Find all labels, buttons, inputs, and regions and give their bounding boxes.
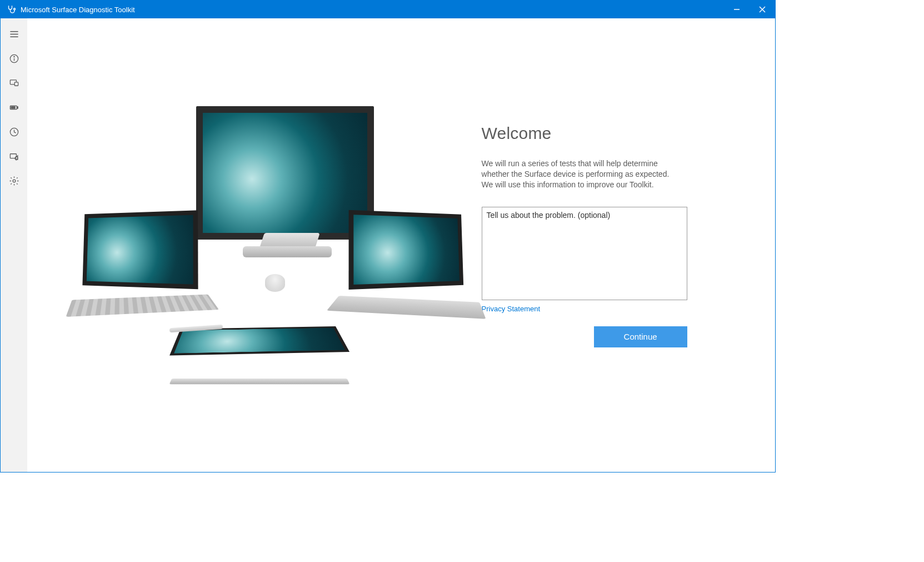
stethoscope-icon [6, 4, 16, 14]
close-button[interactable] [750, 1, 775, 18]
security-icon[interactable] [1, 144, 27, 168]
surface-studio-stand-icon [246, 240, 335, 267]
content-area: Welcome We will run a series of tests th… [27, 18, 775, 472]
surface-laptop-icon [341, 212, 485, 312]
hero-image [27, 18, 476, 472]
problem-textarea[interactable] [482, 207, 687, 300]
titlebar: Microsoft Surface Diagnostic Toolkit [1, 1, 775, 18]
device-icon[interactable] [1, 71, 27, 95]
info-icon[interactable] [1, 46, 27, 71]
svg-point-17 [13, 180, 16, 182]
hamburger-icon[interactable] [1, 22, 27, 46]
app-window: Microsoft Surface Diagnostic Toolkit [0, 0, 776, 473]
battery-icon[interactable] [1, 95, 27, 120]
surface-pro-icon [68, 212, 207, 306]
continue-button[interactable]: Continue [594, 326, 687, 347]
minimize-button[interactable] [724, 1, 750, 18]
settings-icon[interactable] [1, 168, 27, 193]
welcome-panel: Welcome We will run a series of tests th… [476, 18, 775, 472]
surface-book-icon [168, 312, 352, 379]
svg-point-0 [14, 8, 16, 10]
app-title: Microsoft Surface Diagnostic Toolkit [21, 6, 135, 14]
surface-devices-illustration [52, 89, 463, 401]
welcome-heading: Welcome [482, 124, 742, 143]
sidebar [1, 18, 27, 472]
welcome-description: We will run a series of tests that will … [482, 158, 682, 190]
svg-rect-11 [14, 82, 18, 85]
svg-point-9 [13, 56, 14, 57]
history-icon[interactable] [1, 120, 27, 144]
surface-dial-icon [265, 274, 285, 292]
svg-rect-14 [11, 106, 14, 108]
svg-rect-13 [17, 106, 18, 108]
privacy-statement-link[interactable]: Privacy Statement [482, 305, 742, 313]
